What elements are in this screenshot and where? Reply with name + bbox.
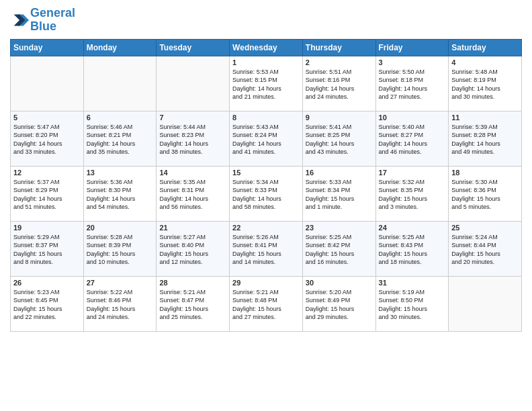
- calendar-day-27: 27Sunrise: 5:22 AMSunset: 8:46 PMDayligh…: [83, 276, 157, 331]
- day-number: 10: [379, 113, 446, 122]
- weekday-header-monday: Monday: [83, 39, 157, 56]
- calendar-day-29: 29Sunrise: 5:21 AMSunset: 8:48 PMDayligh…: [230, 276, 303, 331]
- weekday-header-tuesday: Tuesday: [157, 39, 230, 56]
- day-info: Sunrise: 5:25 AMSunset: 8:42 PMDaylight:…: [306, 233, 373, 267]
- day-info: Sunrise: 5:44 AMSunset: 8:23 PMDaylight:…: [159, 123, 226, 156]
- calendar-day-16: 16Sunrise: 5:33 AMSunset: 8:34 PMDayligh…: [302, 166, 375, 221]
- calendar-day-10: 10Sunrise: 5:40 AMSunset: 8:27 PMDayligh…: [375, 111, 449, 166]
- calendar-empty: [157, 56, 230, 111]
- day-number: 22: [232, 224, 300, 232]
- day-number: 18: [451, 169, 519, 177]
- weekday-header-wednesday: Wednesday: [230, 39, 303, 56]
- weekday-header-thursday: Thursday: [302, 39, 375, 56]
- day-info: Sunrise: 5:50 AMSunset: 8:18 PMDaylight:…: [379, 68, 446, 101]
- day-info: Sunrise: 5:28 AMSunset: 8:39 PMDaylight:…: [87, 233, 154, 267]
- calendar-week-5: 26Sunrise: 5:23 AMSunset: 8:45 PMDayligh…: [11, 276, 522, 331]
- day-number: 26: [13, 279, 81, 287]
- calendar-day-19: 19Sunrise: 5:29 AMSunset: 8:37 PMDayligh…: [11, 221, 84, 276]
- day-info: Sunrise: 5:48 AMSunset: 8:19 PMDaylight:…: [451, 68, 519, 101]
- calendar-empty: [11, 56, 84, 111]
- day-number: 9: [306, 113, 373, 122]
- day-info: Sunrise: 5:21 AMSunset: 8:48 PMDaylight:…: [232, 288, 300, 322]
- day-info: Sunrise: 5:21 AMSunset: 8:47 PMDaylight:…: [159, 288, 226, 322]
- day-info: Sunrise: 5:51 AMSunset: 8:16 PMDaylight:…: [306, 68, 373, 101]
- day-info: Sunrise: 5:40 AMSunset: 8:27 PMDaylight:…: [379, 123, 446, 156]
- calendar-day-3: 3Sunrise: 5:50 AMSunset: 8:18 PMDaylight…: [375, 56, 449, 111]
- calendar-day-20: 20Sunrise: 5:28 AMSunset: 8:39 PMDayligh…: [83, 221, 157, 276]
- day-info: Sunrise: 5:39 AMSunset: 8:28 PMDaylight:…: [451, 123, 519, 156]
- day-number: 24: [379, 224, 446, 232]
- day-info: Sunrise: 5:20 AMSunset: 8:49 PMDaylight:…: [306, 288, 373, 322]
- calendar-day-30: 30Sunrise: 5:20 AMSunset: 8:49 PMDayligh…: [302, 276, 375, 331]
- day-number: 1: [232, 58, 300, 66]
- header: General Blue: [10, 7, 522, 34]
- calendar-day-4: 4Sunrise: 5:48 AMSunset: 8:19 PMDaylight…: [449, 56, 522, 111]
- day-number: 28: [159, 279, 226, 287]
- day-info: Sunrise: 5:32 AMSunset: 8:35 PMDaylight:…: [379, 178, 446, 212]
- day-info: Sunrise: 5:23 AMSunset: 8:45 PMDaylight:…: [13, 288, 81, 322]
- day-number: 23: [306, 224, 373, 232]
- calendar-day-8: 8Sunrise: 5:43 AMSunset: 8:24 PMDaylight…: [230, 111, 303, 166]
- calendar-day-21: 21Sunrise: 5:27 AMSunset: 8:40 PMDayligh…: [157, 221, 230, 276]
- calendar-day-17: 17Sunrise: 5:32 AMSunset: 8:35 PMDayligh…: [375, 166, 449, 221]
- day-number: 4: [451, 58, 519, 66]
- calendar-day-28: 28Sunrise: 5:21 AMSunset: 8:47 PMDayligh…: [157, 276, 230, 331]
- day-number: 30: [306, 279, 373, 287]
- calendar-day-23: 23Sunrise: 5:25 AMSunset: 8:42 PMDayligh…: [302, 221, 375, 276]
- day-number: 25: [451, 224, 519, 232]
- day-info: Sunrise: 5:33 AMSunset: 8:34 PMDaylight:…: [306, 178, 373, 212]
- day-number: 16: [306, 169, 373, 177]
- day-info: Sunrise: 5:41 AMSunset: 8:25 PMDaylight:…: [306, 123, 373, 156]
- day-number: 6: [87, 113, 154, 122]
- day-number: 15: [232, 169, 300, 177]
- calendar-header-row: SundayMondayTuesdayWednesdayThursdayFrid…: [11, 39, 522, 56]
- day-info: Sunrise: 5:47 AMSunset: 8:20 PMDaylight:…: [13, 123, 81, 156]
- day-info: Sunrise: 5:22 AMSunset: 8:46 PMDaylight:…: [87, 288, 154, 322]
- calendar-week-3: 12Sunrise: 5:37 AMSunset: 8:29 PMDayligh…: [11, 166, 522, 221]
- calendar-day-6: 6Sunrise: 5:46 AMSunset: 8:21 PMDaylight…: [83, 111, 157, 166]
- calendar-day-15: 15Sunrise: 5:34 AMSunset: 8:33 PMDayligh…: [230, 166, 303, 221]
- weekday-header-saturday: Saturday: [449, 39, 522, 56]
- calendar-day-26: 26Sunrise: 5:23 AMSunset: 8:45 PMDayligh…: [11, 276, 84, 331]
- day-number: 13: [87, 169, 154, 177]
- calendar-week-4: 19Sunrise: 5:29 AMSunset: 8:37 PMDayligh…: [11, 221, 522, 276]
- day-number: 20: [87, 224, 154, 232]
- day-info: Sunrise: 5:43 AMSunset: 8:24 PMDaylight:…: [232, 123, 300, 156]
- day-info: Sunrise: 5:19 AMSunset: 8:50 PMDaylight:…: [379, 288, 446, 322]
- weekday-header-friday: Friday: [375, 39, 449, 56]
- calendar-table: SundayMondayTuesdayWednesdayThursdayFrid…: [10, 39, 522, 332]
- day-number: 31: [379, 279, 446, 287]
- day-number: 11: [451, 113, 519, 122]
- calendar-day-18: 18Sunrise: 5:30 AMSunset: 8:36 PMDayligh…: [449, 166, 522, 221]
- day-number: 29: [232, 279, 300, 287]
- calendar-day-11: 11Sunrise: 5:39 AMSunset: 8:28 PMDayligh…: [449, 111, 522, 166]
- calendar-week-1: 1Sunrise: 5:53 AMSunset: 8:15 PMDaylight…: [11, 56, 522, 111]
- day-info: Sunrise: 5:53 AMSunset: 8:15 PMDaylight:…: [232, 68, 300, 101]
- calendar-empty: [83, 56, 157, 111]
- logo-subtext: Blue: [30, 20, 75, 34]
- day-number: 5: [13, 113, 81, 122]
- calendar-day-1: 1Sunrise: 5:53 AMSunset: 8:15 PMDaylight…: [230, 56, 303, 111]
- day-info: Sunrise: 5:46 AMSunset: 8:21 PMDaylight:…: [87, 123, 154, 156]
- calendar-day-31: 31Sunrise: 5:19 AMSunset: 8:50 PMDayligh…: [375, 276, 449, 331]
- calendar-day-13: 13Sunrise: 5:36 AMSunset: 8:30 PMDayligh…: [83, 166, 157, 221]
- day-info: Sunrise: 5:25 AMSunset: 8:43 PMDaylight:…: [379, 233, 446, 267]
- day-number: 17: [379, 169, 446, 177]
- logo: General Blue: [10, 7, 75, 34]
- calendar-day-12: 12Sunrise: 5:37 AMSunset: 8:29 PMDayligh…: [11, 166, 84, 221]
- day-info: Sunrise: 5:37 AMSunset: 8:29 PMDaylight:…: [13, 178, 81, 212]
- day-number: 8: [232, 113, 300, 122]
- page: General Blue SundayMondayTuesdayWednesda…: [0, 0, 532, 411]
- day-info: Sunrise: 5:36 AMSunset: 8:30 PMDaylight:…: [87, 178, 154, 212]
- calendar-day-24: 24Sunrise: 5:25 AMSunset: 8:43 PMDayligh…: [375, 221, 449, 276]
- logo-icon: [10, 11, 29, 30]
- day-number: 14: [159, 169, 226, 177]
- day-number: 12: [13, 169, 81, 177]
- day-info: Sunrise: 5:26 AMSunset: 8:41 PMDaylight:…: [232, 233, 300, 267]
- day-number: 7: [159, 113, 226, 122]
- calendar-day-2: 2Sunrise: 5:51 AMSunset: 8:16 PMDaylight…: [302, 56, 375, 111]
- weekday-header-sunday: Sunday: [11, 39, 84, 56]
- day-number: 21: [159, 224, 226, 232]
- calendar-day-9: 9Sunrise: 5:41 AMSunset: 8:25 PMDaylight…: [302, 111, 375, 166]
- logo-text: General: [30, 7, 75, 20]
